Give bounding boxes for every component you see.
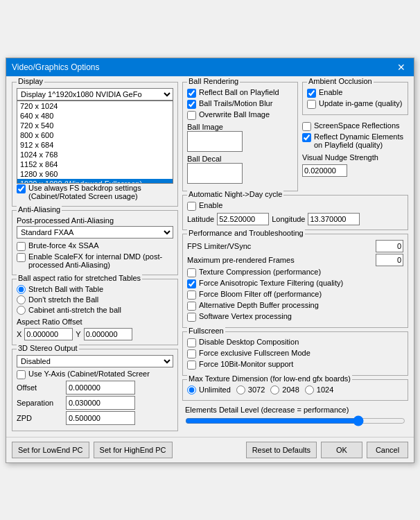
ball-image-label: Ball Image: [187, 123, 293, 131]
trails-checkbox[interactable]: [187, 100, 196, 109]
fullscreen-content: Disable Desktop Composition Force exclus…: [187, 338, 403, 370]
ball-decal-box[interactable]: [187, 163, 243, 184]
tex3072-radio-row: 3072: [236, 385, 265, 395]
separation-row: Separation: [17, 396, 173, 410]
elements-detail-slider[interactable]: [185, 416, 405, 426]
list-item[interactable]: 640 x 480: [17, 111, 173, 121]
ball-rendering-group: Ball Rendering Reflect Ball on Playfield…: [182, 82, 298, 191]
fullscreen-label: Fullscreen: [187, 327, 225, 335]
screenspace-checkbox[interactable]: [302, 122, 311, 131]
ao-update-checkbox[interactable]: [307, 100, 316, 109]
stretch-ball-radio[interactable]: [17, 285, 26, 294]
nudge-input[interactable]: [302, 164, 347, 177]
list-item[interactable]: 1152 x 864: [17, 159, 173, 169]
list-item[interactable]: 720 x 540: [17, 121, 173, 130]
tex2048-radio-row: 2048: [270, 385, 299, 395]
post-aa-dropdown[interactable]: Standard FXAA None SMAA TAA: [17, 226, 173, 239]
texture-compress-label: Texture Compression (performance): [199, 268, 321, 276]
disable-composition-checkbox[interactable]: [187, 338, 196, 347]
2048-radio[interactable]: [270, 385, 279, 395]
no-stretch-radio[interactable]: [17, 295, 26, 304]
display-group: Display Display 1^1920x1080 NVIDIA GeFo …: [12, 82, 178, 207]
no-stretch-label: Don't stretch the Ball: [28, 295, 98, 304]
1024-radio[interactable]: [305, 385, 314, 395]
night-enable-row: Enable: [187, 201, 403, 211]
right-column: Ball Rendering Reflect Ball on Playfield…: [182, 82, 408, 431]
unlimited-radio[interactable]: [187, 385, 196, 395]
ball-decal-label: Ball Decal: [187, 155, 293, 163]
force-aniso-checkbox[interactable]: [187, 279, 196, 288]
ball-rendering-content: Reflect Ball on Playfield Ball Trails/Mo…: [187, 88, 293, 184]
1024-label: 1024: [317, 385, 333, 394]
force-exclusive-checkbox[interactable]: [187, 349, 196, 358]
elements-detail-slider-row: [185, 416, 405, 427]
reset-button[interactable]: Reset to Defaults: [246, 442, 317, 458]
brute-force-checkbox[interactable]: [17, 242, 26, 251]
bottom-buttons: Set for LowEnd PC Set for HighEnd PC Res…: [6, 437, 414, 462]
stereo-dropdown[interactable]: Disabled Side by Side Top-Bottom: [17, 355, 173, 367]
anti-aliasing-group: Anti-Aliasing Post-processed Anti-Aliasi…: [12, 210, 178, 275]
cabinet-radio[interactable]: [17, 306, 26, 315]
force-bloom-checkbox[interactable]: [187, 291, 196, 300]
fps-row: FPS Limiter/VSync: [187, 240, 403, 252]
texture-compress-checkbox[interactable]: [187, 268, 196, 277]
list-item[interactable]: 1024 x 768: [17, 150, 173, 159]
scalefx-checkbox[interactable]: [17, 253, 26, 262]
software-vertex-checkbox[interactable]: [187, 313, 196, 322]
ambient-occlusion-label: Ambient Occlusion: [307, 77, 374, 85]
ball-aspect-content: Stretch Ball with Table Don't stretch th…: [17, 285, 173, 340]
screenspace-row: ScreenSpace Reflections: [302, 121, 408, 131]
title-bar: Video/Graphics Options ✕: [6, 58, 414, 76]
force-exclusive-label: Force exclusive Fullscreen Mode: [199, 349, 310, 357]
zpd-label: ZPD: [17, 414, 62, 422]
ao-enable-checkbox[interactable]: [307, 89, 316, 98]
max-frames-input[interactable]: [376, 254, 403, 266]
low-end-button[interactable]: Set for LowEnd PC: [12, 442, 89, 458]
close-button[interactable]: ✕: [394, 62, 408, 73]
brute-force-label: Brute-force 4x SSAA: [28, 241, 99, 250]
list-item-selected[interactable]: 1920 x 1080 (Windowed Fullscreen): [17, 179, 173, 184]
list-item[interactable]: 1280 x 960: [17, 169, 173, 179]
ball-rendering-label: Ball Rendering: [187, 77, 240, 85]
tex1024-radio-row: 1024: [305, 385, 333, 395]
night-enable-checkbox[interactable]: [187, 202, 196, 211]
ao-update-row: Update in-game (quality): [307, 99, 403, 109]
resolution-listbox[interactable]: 720 x 1024 640 x 480 720 x 540 800 x 600…: [17, 101, 173, 184]
force-10bit-checkbox[interactable]: [187, 361, 196, 370]
longitude-input[interactable]: [308, 213, 360, 225]
offset-input[interactable]: [66, 381, 135, 395]
ok-button[interactable]: OK: [321, 442, 362, 458]
left-column: Display Display 1^1920x1080 NVIDIA GeFo …: [12, 82, 178, 431]
x-offset-input[interactable]: [24, 328, 73, 340]
nudge-label: Visual Nudge Strength: [302, 153, 378, 162]
list-item[interactable]: 800 x 600: [17, 130, 173, 140]
display-dropdown[interactable]: Display 1^1920x1080 NVIDIA GeFo: [17, 88, 173, 101]
force-aniso-row: Force Anisotropic Texture Filtering (qua…: [187, 279, 403, 288]
night-enable-label: Enable: [199, 201, 222, 209]
zpd-input[interactable]: [66, 411, 135, 425]
backdrop-checkbox[interactable]: [17, 184, 26, 193]
ball-aspect-label: Ball aspect ratio for stretched Tables: [17, 274, 142, 282]
night-cycle-content: Enable Latitude Longitude: [187, 201, 403, 225]
high-end-button[interactable]: Set for HighEnd PC: [94, 442, 173, 458]
cancel-button[interactable]: Cancel: [367, 442, 408, 458]
overwrite-label: Overwrite Ball Image: [199, 110, 270, 119]
reflect-dynamic-checkbox[interactable]: [302, 133, 311, 142]
y-axis-checkbox[interactable]: [17, 370, 26, 379]
overwrite-checkbox[interactable]: [187, 111, 196, 120]
2048-label: 2048: [282, 385, 299, 394]
list-item[interactable]: 720 x 1024: [17, 101, 173, 111]
screenspace-section: ScreenSpace Reflections Reflect Dynamic …: [302, 119, 408, 180]
fps-input[interactable]: [376, 240, 403, 252]
dialog-body: Display Display 1^1920x1080 NVIDIA GeFo …: [6, 76, 414, 437]
reflect-checkbox[interactable]: [187, 89, 196, 98]
separation-input[interactable]: [66, 396, 135, 410]
elements-detail-section: Elements Detail Level (decrease = perfor…: [182, 404, 408, 428]
scalefx-row: Enable ScaleFX for internal DMD (post-pr…: [17, 252, 173, 269]
alt-depth-checkbox[interactable]: [187, 302, 196, 311]
list-item[interactable]: 912 x 684: [17, 140, 173, 150]
latitude-input[interactable]: [217, 213, 269, 225]
3072-radio[interactable]: [236, 385, 245, 395]
y-offset-input[interactable]: [84, 328, 132, 340]
ball-image-box[interactable]: [187, 131, 243, 152]
